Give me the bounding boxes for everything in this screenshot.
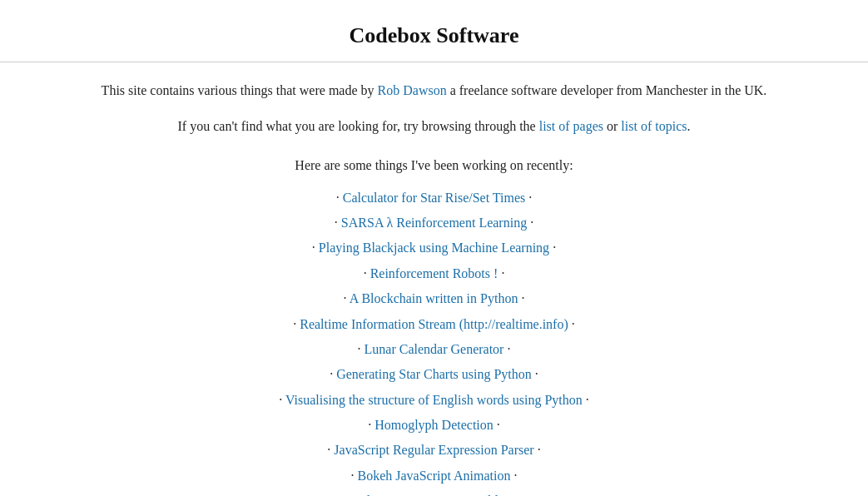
list-item: · SARSA λ Reinforcement Learning · — [60, 211, 809, 236]
list-item: · Visualising the structure of English w… — [60, 388, 809, 413]
site-header: Codebox Software — [0, 0, 868, 62]
list-item: · Calculator for Star Rise/Set Times · — [60, 186, 809, 211]
intro-before-link: This site contains various things that w… — [102, 83, 378, 97]
list-item: · Lunar Calendar Generator · — [60, 337, 809, 362]
browse-between: or — [603, 119, 621, 133]
browse-paragraph: If you can't find what you are looking f… — [60, 115, 809, 137]
recent-links-list: · Calculator for Star Rise/Set Times ·· … — [60, 186, 809, 496]
recent-link-10[interactable]: JavaScript Regular Expression Parser — [334, 443, 533, 457]
recent-link-8[interactable]: Visualising the structure of English wor… — [285, 393, 583, 407]
recent-link-5[interactable]: Realtime Information Stream (http://real… — [300, 317, 568, 331]
list-item: · Generating Star Charts using Python · — [60, 362, 809, 387]
recent-link-1[interactable]: SARSA λ Reinforcement Learning — [341, 216, 527, 230]
browse-after: . — [687, 119, 690, 133]
recent-link-11[interactable]: Bokeh JavaScript Animation — [358, 469, 511, 483]
recent-link-9[interactable]: Homoglyph Detection — [374, 418, 494, 432]
recent-link-0[interactable]: Calculator for Star Rise/Set Times — [343, 191, 526, 205]
recent-link-4[interactable]: A Blockchain written in Python — [350, 291, 518, 305]
browse-before-pages: If you can't find what you are looking f… — [178, 119, 539, 133]
list-item: · Reinforcement Robots ! · — [60, 261, 809, 286]
list-of-pages-link[interactable]: list of pages — [539, 119, 603, 133]
site-title: Codebox Software — [17, 23, 851, 48]
list-of-topics-link[interactable]: list of topics — [621, 119, 687, 133]
list-item: · JavaScript Regular Expression Parser · — [60, 438, 809, 463]
list-item: · Realtime Information Stream (http://re… — [60, 312, 809, 337]
author-link[interactable]: Rob Dawson — [378, 83, 447, 97]
list-item: · Playing Blackjack using Machine Learni… — [60, 236, 809, 260]
main-content: This site contains various things that w… — [35, 79, 834, 496]
working-on-text: Here are some things I've been working o… — [60, 154, 809, 176]
list-item: · A Blockchain written in Python · — [60, 286, 809, 311]
list-item: · Photomosaic Image Builder · — [60, 489, 809, 496]
intro-paragraph: This site contains various things that w… — [60, 79, 809, 102]
intro-after-link: a freelance software developer from Manc… — [447, 83, 767, 97]
recent-link-3[interactable]: Reinforcement Robots ! — [370, 266, 498, 280]
list-item: · Bokeh JavaScript Animation · — [60, 464, 809, 489]
recent-link-7[interactable]: Generating Star Charts using Python — [336, 367, 532, 381]
list-item: · Homoglyph Detection · — [60, 413, 809, 438]
recent-link-2[interactable]: Playing Blackjack using Machine Learning — [319, 241, 549, 255]
recent-link-6[interactable]: Lunar Calendar Generator — [365, 342, 504, 356]
